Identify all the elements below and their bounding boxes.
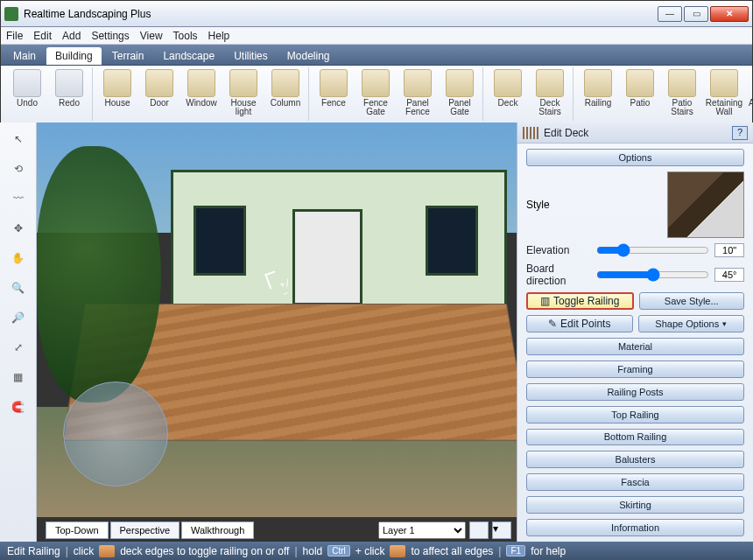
pan-tool[interactable]: ✋: [7, 247, 30, 270]
ribbon-patio-stairs[interactable]: Patio Stairs: [661, 67, 703, 122]
section-railing-posts[interactable]: Railing Posts: [526, 383, 744, 401]
view-top-down[interactable]: Top-Down: [46, 522, 109, 539]
viewport[interactable]: Top-Down Perspective Walkthrough Layer 1…: [37, 122, 517, 542]
door-icon: [145, 69, 173, 97]
patio-stairs-icon: [668, 69, 696, 97]
layer-button-a[interactable]: [469, 522, 489, 539]
section-information[interactable]: Information: [526, 519, 744, 536]
window-title: Realtime Landscaping Plus: [24, 8, 656, 20]
toggle-railing-button[interactable]: ▥Toggle Railing: [526, 292, 634, 310]
style-thumbnail[interactable]: [667, 172, 744, 238]
tab-modeling[interactable]: Modeling: [278, 47, 339, 65]
ribbon-door[interactable]: Door: [138, 67, 180, 122]
ribbon-accent-strip[interactable]: Acce Stri: [745, 67, 752, 122]
ribbon-panel-gate[interactable]: Panel Gate: [439, 67, 481, 122]
deck-stairs-icon: [536, 69, 564, 97]
curve-tool[interactable]: 〰: [7, 187, 30, 210]
ribbon-panel-fence[interactable]: Panel Fence: [397, 67, 439, 122]
select-tool[interactable]: ↖: [7, 128, 30, 150]
snap-tool[interactable]: 🧲: [7, 396, 30, 418]
menu-view[interactable]: View: [140, 30, 163, 42]
column-icon: [271, 69, 299, 97]
status-mode: Edit Railing: [7, 545, 60, 557]
section-material[interactable]: Material: [526, 338, 744, 355]
view-perspective[interactable]: Perspective: [110, 522, 179, 539]
shape-options-button[interactable]: Shape Options: [638, 315, 745, 332]
section-top-railing[interactable]: Top Railing: [526, 406, 744, 424]
panel-fence-icon: [404, 69, 432, 97]
ribbon-retaining-wall[interactable]: Retaining Wall: [703, 67, 745, 122]
maximize-button[interactable]: ▭: [684, 6, 708, 22]
ribbon-house[interactable]: House: [96, 67, 138, 122]
window-icon: [187, 69, 215, 97]
menu-edit[interactable]: Edit: [33, 30, 52, 42]
layer-button-b[interactable]: ▾: [492, 522, 511, 539]
redo-icon: [55, 69, 83, 97]
tab-main[interactable]: Main: [4, 47, 45, 65]
rotate-tool[interactable]: ⟲: [7, 158, 30, 180]
tab-terrain[interactable]: Terrain: [103, 47, 153, 65]
elevation-slider[interactable]: [596, 243, 709, 257]
section-skirting[interactable]: Skirting: [526, 496, 744, 514]
ribbon-redo[interactable]: Redo: [48, 67, 90, 122]
f1-key: F1: [506, 545, 525, 556]
retaining-wall-icon: [710, 69, 738, 97]
board-direction-slider[interactable]: [596, 268, 709, 282]
section-framing[interactable]: Framing: [526, 360, 744, 378]
board-direction-value[interactable]: 45°: [714, 268, 744, 282]
elevation-value[interactable]: 10": [714, 243, 744, 257]
ribbon-railing[interactable]: Railing: [577, 67, 619, 122]
options-button[interactable]: Options: [526, 149, 744, 166]
ribbon-window[interactable]: Window: [180, 67, 222, 122]
view-walkthrough[interactable]: Walkthrough: [181, 522, 254, 539]
save-style-button[interactable]: Save Style...: [639, 292, 745, 310]
edit-points-button[interactable]: ✎Edit Points: [526, 315, 633, 332]
menu-settings[interactable]: Settings: [91, 30, 129, 42]
style-label: Style: [526, 199, 550, 211]
app-icon: [4, 7, 18, 21]
fence-gate-icon: [362, 69, 390, 97]
section-balusters[interactable]: Balusters: [526, 451, 744, 468]
undo-icon: [13, 69, 41, 97]
ribbon-column[interactable]: Column: [264, 67, 306, 122]
deck-edge-icon: [99, 545, 115, 557]
close-button[interactable]: ✕: [710, 6, 749, 22]
zoom-area-tool[interactable]: 🔎: [7, 306, 30, 329]
section-bottom-railing[interactable]: Bottom Railing: [526, 429, 744, 446]
ribbon-undo[interactable]: Undo: [6, 67, 48, 122]
zoom-out-tool[interactable]: ⤢: [7, 336, 30, 359]
grid-tool[interactable]: ▦: [7, 366, 30, 388]
ribbon-deck[interactable]: Deck: [487, 67, 529, 122]
board-direction-label: Board direction: [526, 262, 591, 287]
ctrl-key: Ctrl: [327, 545, 350, 556]
panel-header: Edit Deck ?: [517, 122, 753, 144]
menu-add[interactable]: Add: [62, 30, 81, 42]
layer-controls: Layer 1 ▾: [378, 521, 511, 540]
navigation-wheel[interactable]: [63, 382, 168, 486]
zoom-in-tool[interactable]: 🔍: [7, 276, 30, 299]
ribbon-patio[interactable]: Patio: [619, 67, 661, 122]
menu-tools[interactable]: Tools: [173, 30, 198, 42]
ribbon-fence[interactable]: Fence: [313, 67, 355, 122]
railing-icon: ▥: [540, 295, 550, 307]
minimize-button[interactable]: —: [658, 6, 682, 22]
section-fascia[interactable]: Fascia: [526, 473, 744, 491]
tab-landscape[interactable]: Landscape: [154, 47, 223, 65]
left-tool-strip: ↖ ⟲ 〰 ✥ ✋ 🔍 🔎 ⤢ ▦ 🧲: [0, 122, 37, 542]
title-bar: Realtime Landscaping Plus — ▭ ✕: [1, 1, 752, 27]
pencil-icon: ✎: [548, 318, 557, 330]
tab-building[interactable]: Building: [46, 47, 102, 65]
ribbon-house-light[interactable]: House light: [222, 67, 264, 122]
menu-help[interactable]: Help: [208, 30, 230, 42]
layer-select[interactable]: Layer 1: [378, 522, 466, 539]
tab-utilities[interactable]: Utilities: [225, 47, 277, 65]
status-bar: Edit Railing | click deck edges to toggl…: [0, 542, 753, 560]
scene-3d[interactable]: [37, 122, 517, 517]
menu-bar: File Edit Add Settings View Tools Help: [1, 27, 752, 45]
move-tool[interactable]: ✥: [7, 217, 30, 240]
ribbon-deck-stairs[interactable]: Deck Stairs: [529, 67, 571, 122]
category-tabs: Main Building Terrain Landscape Utilitie…: [1, 45, 752, 66]
menu-file[interactable]: File: [6, 30, 23, 42]
ribbon-fence-gate[interactable]: Fence Gate: [355, 67, 397, 122]
help-button[interactable]: ?: [732, 126, 748, 140]
